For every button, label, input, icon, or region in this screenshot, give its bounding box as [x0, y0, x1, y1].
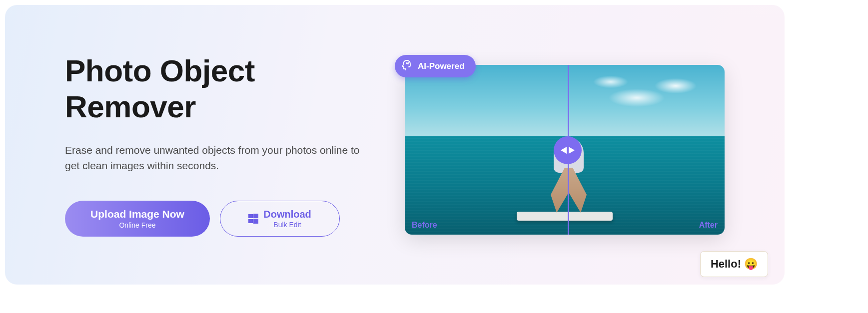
boat-deck [517, 212, 613, 221]
svg-rect-0 [248, 214, 253, 218]
before-after-card: Before After [405, 65, 725, 235]
download-button[interactable]: Download Bulk Edit [220, 201, 340, 237]
before-label: Before [412, 221, 437, 230]
windows-icon [248, 214, 258, 224]
ai-badge-label: AI-Powered [418, 61, 465, 71]
tongue-out-emoji-icon: 😛 [744, 258, 758, 271]
arrow-left-icon [561, 147, 567, 154]
compare-preview-wrapper: AI AI-Powered Before After [405, 65, 725, 235]
hero-section: Photo Object Remover Erase and remove un… [5, 5, 785, 285]
ai-powered-badge: AI AI-Powered [395, 55, 476, 77]
after-label: After [699, 221, 718, 230]
upload-button-subtitle: Online Free [119, 221, 155, 229]
upload-button-title: Upload Image Now [90, 208, 184, 220]
page-subtitle: Erase and remove unwanted objects from y… [65, 142, 375, 174]
download-button-title: Download [263, 208, 311, 220]
svg-rect-2 [248, 219, 253, 223]
svg-marker-6 [569, 147, 575, 154]
ai-head-icon: AI [401, 59, 413, 73]
arrow-right-icon [569, 147, 575, 154]
chat-greeting-text: Hello! [711, 258, 741, 271]
hero-content: Photo Object Remover Erase and remove un… [65, 53, 385, 237]
svg-rect-1 [253, 214, 258, 218]
upload-image-button[interactable]: Upload Image Now Online Free [65, 201, 210, 237]
download-button-subtitle: Bulk Edit [273, 221, 301, 229]
clouds-layer [585, 70, 715, 110]
svg-marker-5 [561, 147, 567, 154]
chat-greeting-bubble[interactable]: Hello! 😛 [700, 251, 768, 277]
compare-slider-handle[interactable] [554, 136, 582, 164]
cta-button-row: Upload Image Now Online Free Download Bu… [65, 201, 385, 237]
svg-text:AI: AI [406, 61, 409, 65]
svg-rect-3 [253, 219, 258, 224]
page-title: Photo Object Remover [65, 53, 385, 124]
